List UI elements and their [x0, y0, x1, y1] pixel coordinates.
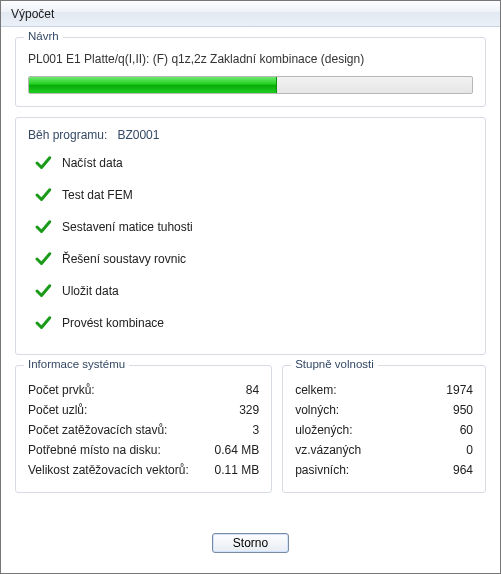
info-row-item: Potřebné místo na disku:0.64 MB [28, 440, 259, 460]
info-key: Počet zatěžovacích stavů: [28, 423, 167, 437]
run-group: Běh programu: BZ0001 Načíst dataTest dat… [15, 117, 486, 355]
check-icon [34, 314, 52, 332]
info-row-item: Počet zatěžovacích stavů:3 [28, 420, 259, 440]
design-description: PL001 E1 Platte/q(I,II): (F) q1z,2z Zakl… [28, 52, 473, 66]
step-label: Sestavení matice tuhosti [62, 220, 193, 234]
dialog-window: Výpočet Návrh PL001 E1 Platte/q(I,II): (… [0, 0, 501, 574]
step-label: Řešení soustavy rovnic [62, 252, 186, 266]
info-row-item: Velikost zatěžovacích vektorů:0.11 MB [28, 460, 259, 480]
info-row-item: Počet prvků:84 [28, 380, 259, 400]
info-row-item: uložených:60 [295, 420, 473, 440]
dof-group-title: Stupně volnosti [291, 358, 378, 370]
info-key: Potřebné místo na disku: [28, 443, 161, 457]
titlebar: Výpočet [1, 1, 500, 27]
check-icon [34, 218, 52, 236]
step-label: Načíst data [62, 156, 123, 170]
step-list: Načíst dataTest dat FEMSestavení matice … [28, 150, 473, 336]
run-title: Běh programu: BZ0001 [28, 128, 473, 142]
step-item: Řešení soustavy rovnic [34, 246, 473, 272]
info-row-item: vz.vázaných0 [295, 440, 473, 460]
info-value: 0.11 MB [209, 463, 259, 477]
sysinfo-group-title: Informace systému [24, 358, 129, 370]
run-title-prefix: Běh programu: [28, 128, 107, 142]
step-label: Test dat FEM [62, 188, 133, 202]
dof-rows: celkem:1974volných:950uložených:60vz.váz… [295, 380, 473, 480]
info-value: 1974 [423, 383, 473, 397]
info-row-item: celkem:1974 [295, 380, 473, 400]
info-value: 964 [423, 463, 473, 477]
info-key: celkem: [295, 383, 336, 397]
dof-group: Stupně volnosti celkem:1974volných:950ul… [282, 365, 486, 493]
info-value: 0 [423, 443, 473, 457]
info-row-item: volných:950 [295, 400, 473, 420]
info-value: 950 [423, 403, 473, 417]
sysinfo-rows: Počet prvků:84Počet uzlů:329Počet zatěžo… [28, 380, 259, 480]
design-group: Návrh PL001 E1 Platte/q(I,II): (F) q1z,2… [15, 37, 486, 107]
info-row-item: Počet uzlů:329 [28, 400, 259, 420]
info-key: volných: [295, 403, 339, 417]
check-icon [34, 186, 52, 204]
step-item: Provést kombinace [34, 310, 473, 336]
info-value: 0.64 MB [209, 443, 259, 457]
spacer [15, 503, 486, 517]
sysinfo-group: Informace systému Počet prvků:84Počet uz… [15, 365, 272, 493]
info-value: 329 [209, 403, 259, 417]
info-row: Informace systému Počet prvků:84Počet uz… [15, 365, 486, 493]
info-key: Počet uzlů: [28, 403, 87, 417]
step-item: Sestavení matice tuhosti [34, 214, 473, 240]
progress-fill [29, 77, 277, 93]
step-item: Uložit data [34, 278, 473, 304]
window-title: Výpočet [11, 7, 54, 21]
design-group-title: Návrh [24, 30, 63, 42]
info-value: 60 [423, 423, 473, 437]
check-icon [34, 282, 52, 300]
info-key: Velikost zatěžovacích vektorů: [28, 463, 189, 477]
info-value: 3 [209, 423, 259, 437]
step-label: Uložit data [62, 284, 119, 298]
step-item: Načíst data [34, 150, 473, 176]
step-label: Provést kombinace [62, 316, 164, 330]
check-icon [34, 250, 52, 268]
info-key: Počet prvků: [28, 383, 95, 397]
content-area: Návrh PL001 E1 Platte/q(I,II): (F) q1z,2… [1, 27, 500, 573]
info-value: 84 [209, 383, 259, 397]
info-key: uložených: [295, 423, 352, 437]
info-key: vz.vázaných [295, 443, 361, 457]
info-row-item: pasivních:964 [295, 460, 473, 480]
footer: Storno [15, 527, 486, 567]
progress-bar [28, 76, 473, 94]
run-program-name: BZ0001 [117, 128, 159, 142]
info-key: pasivních: [295, 463, 349, 477]
step-item: Test dat FEM [34, 182, 473, 208]
cancel-button[interactable]: Storno [212, 533, 289, 553]
check-icon [34, 154, 52, 172]
